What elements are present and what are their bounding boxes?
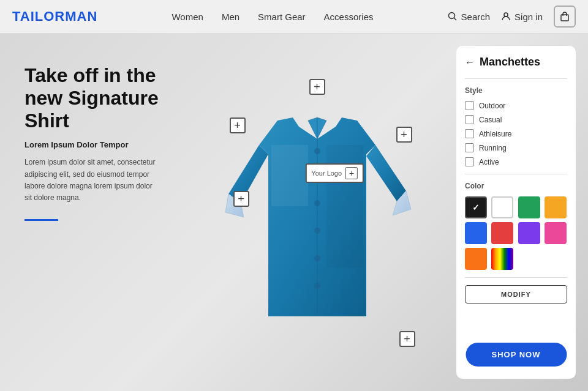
header: TAILORMAN Women Men Smart Gear Accessori… (0, 0, 588, 34)
checkbox-outdoor[interactable] (465, 101, 474, 110)
hero-underline (24, 219, 58, 221)
plus-button-left-shoulder[interactable]: + (230, 117, 246, 133)
svg-point-10 (314, 283, 320, 289)
logo-accent: T (12, 9, 20, 24)
svg-point-2 (504, 13, 508, 17)
color-swatch-yellow[interactable] (545, 196, 567, 218)
style-label-active: Active (479, 158, 499, 166)
search-button[interactable]: Search (448, 12, 491, 22)
logo-rest: AILORMAN (20, 9, 98, 24)
logo[interactable]: TAILORMAN (12, 9, 97, 24)
cart-button[interactable] (554, 6, 576, 28)
back-arrow-icon[interactable]: ← (465, 57, 475, 68)
user-icon (501, 12, 511, 21)
divider-1 (465, 78, 567, 79)
color-swatch-green[interactable] (518, 196, 540, 218)
sign-in-button[interactable]: Sign in (501, 12, 543, 22)
svg-point-9 (314, 255, 320, 261)
divider-3 (465, 277, 567, 278)
shirt-area: + + + + + Your Logo + (178, 34, 456, 391)
style-option-outdoor: Outdoor (465, 101, 567, 110)
color-swatch-purple[interactable] (518, 222, 540, 244)
divider-2 (465, 174, 567, 174)
checkbox-athleisure[interactable] (465, 129, 474, 138)
style-options-list: Outdoor Casual Athleisure Running Active (465, 101, 567, 166)
checkbox-active[interactable] (465, 157, 474, 166)
shirt-svg (222, 84, 412, 341)
checkbox-running[interactable] (465, 143, 474, 152)
hero-subtitle: Lorem Ipsum Dolor Tempor (24, 140, 159, 149)
style-label-running: Running (479, 144, 507, 152)
signin-label: Sign in (514, 12, 543, 22)
plus-button-bottom-right[interactable]: + (399, 331, 415, 347)
nav-accessories[interactable]: Accessories (324, 12, 374, 22)
checkbox-casual[interactable] (465, 115, 474, 124)
cart-icon (559, 11, 570, 22)
svg-point-5 (314, 148, 320, 154)
svg-line-1 (454, 18, 456, 21)
color-grid: ✓ (465, 196, 567, 270)
color-swatch-red[interactable] (491, 222, 513, 244)
panel-title: Manchettes (480, 56, 540, 69)
plus-button-right-shoulder[interactable]: + (396, 127, 412, 143)
svg-point-0 (448, 13, 454, 19)
logo-badge[interactable]: Your Logo + (305, 163, 364, 183)
color-swatch-black[interactable]: ✓ (465, 196, 487, 218)
svg-point-8 (314, 228, 320, 234)
plus-button-left-chest[interactable]: + (233, 191, 249, 207)
shop-now-button[interactable]: SHOP NOW (466, 343, 567, 367)
color-swatch-blue[interactable] (465, 222, 487, 244)
color-swatch-pink[interactable] (545, 222, 567, 244)
style-label-casual: Casual (479, 116, 502, 124)
nav-men[interactable]: Men (222, 12, 239, 22)
nav-women[interactable]: Women (172, 12, 203, 22)
svg-rect-3 (561, 15, 568, 21)
hero-description: Lorem ipsum dolor sit amet, consectetur … (24, 157, 159, 204)
panel-header: ← Manchettes (465, 56, 567, 69)
style-option-casual: Casual (465, 115, 567, 124)
nav-smart-gear[interactable]: Smart Gear (258, 12, 306, 22)
check-icon: ✓ (472, 203, 480, 212)
logo-badge-text: Your Logo (311, 169, 342, 177)
color-swatch-rainbow[interactable] (491, 248, 513, 270)
color-swatch-orange[interactable] (465, 248, 487, 270)
main-nav: Women Men Smart Gear Accessories (172, 12, 373, 22)
main-content: Take off in the new Signature Shirt Lore… (0, 34, 588, 391)
shirt-container: + + + + + Your Logo + (222, 84, 412, 341)
style-option-active: Active (465, 157, 567, 166)
style-section-label: Style (465, 86, 567, 95)
search-label: Search (461, 12, 491, 22)
style-label-outdoor: Outdoor (479, 102, 505, 110)
logo-badge-plus[interactable]: + (345, 167, 358, 179)
modify-button[interactable]: MODIFY (465, 285, 567, 303)
color-swatch-white[interactable] (491, 196, 513, 218)
style-label-athleisure: Athleisure (479, 130, 511, 138)
search-icon (448, 12, 458, 21)
style-option-running: Running (465, 143, 567, 152)
plus-button-top[interactable]: + (309, 79, 325, 95)
hero-text: Take off in the new Signature Shirt Lore… (0, 34, 178, 391)
style-option-athleisure: Athleisure (465, 129, 567, 138)
color-section-label: Color (465, 182, 567, 190)
header-actions: Search Sign in (448, 6, 576, 28)
customization-panel: ← Manchettes Style Outdoor Casual Athlei… (456, 46, 576, 379)
svg-point-7 (314, 200, 320, 206)
hero-headline: Take off in the new Signature Shirt (24, 64, 159, 132)
